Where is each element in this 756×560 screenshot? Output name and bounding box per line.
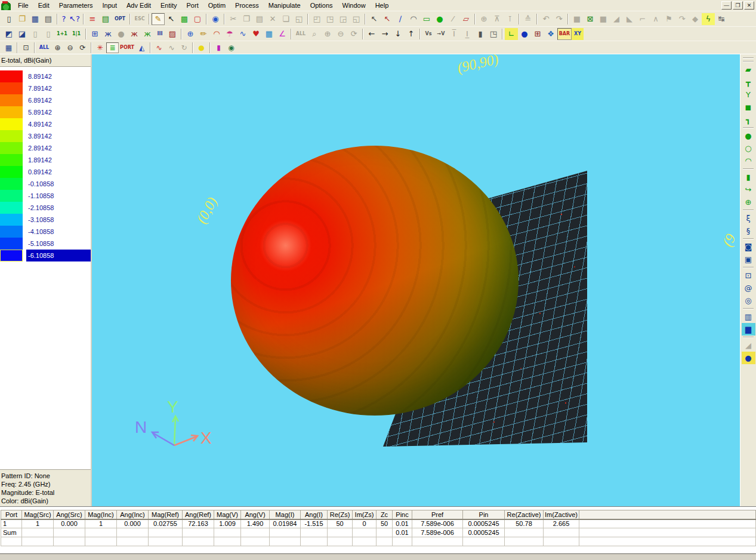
spiral-icon[interactable]: ◎ <box>742 294 755 307</box>
menu-item[interactable]: Options <box>306 1 338 10</box>
menu-item[interactable]: Port <box>182 1 203 10</box>
select-arrow-icon[interactable]: ↖ <box>165 13 178 25</box>
legend-entry[interactable]: 2.89142 <box>0 142 91 154</box>
fill-metal-icon[interactable]: ϟ <box>702 13 715 25</box>
bend-junction-icon[interactable]: ┓ <box>742 113 755 126</box>
display-window-icon[interactable]: ▨ <box>166 28 179 40</box>
menu-item[interactable]: Entity <box>156 1 182 10</box>
sparam-graph-icon[interactable]: ∠ <box>276 28 289 40</box>
draw-rectangle-icon[interactable]: ▭ <box>420 13 433 25</box>
via-pad-icon[interactable]: ⊕ <box>742 196 755 208</box>
wye-junction-icon[interactable]: Y <box>742 88 755 101</box>
menu-item[interactable]: Adv Edit <box>122 1 156 10</box>
zoom-all-icon[interactable]: ALL <box>37 42 51 53</box>
waveform-icon[interactable]: ∿ <box>153 42 165 53</box>
menu-item[interactable]: Window <box>338 1 371 10</box>
source-vs-icon[interactable]: Vs <box>422 28 434 40</box>
menu-item[interactable]: Parameters <box>54 1 98 10</box>
rotate-view-icon[interactable]: ◭ <box>135 42 148 53</box>
legend-entry[interactable]: 6.89142 <box>0 94 91 106</box>
legend-entry[interactable]: 5.89142 <box>0 106 91 118</box>
bar-chart-icon[interactable]: BAR <box>557 28 572 40</box>
draw-pencil-icon[interactable]: ✎ <box>152 13 165 25</box>
via-cylinder-icon[interactable]: ▮ <box>742 171 755 183</box>
zoom-out-icon[interactable]: ⊖ <box>64 42 76 53</box>
pattern-polar-icon[interactable]: ♥ <box>249 28 263 40</box>
sphere-pattern-icon[interactable]: ● <box>518 28 531 40</box>
pan-left-icon[interactable]: ← <box>365 28 378 40</box>
legend-entry[interactable]: -3.10858 <box>0 214 91 226</box>
optimization-icon[interactable]: OPT <box>112 13 128 25</box>
fill-background-icon[interactable]: ◉ <box>225 42 237 53</box>
draw-trapezoid-icon[interactable]: ▱ <box>459 13 473 25</box>
color-scale-icon[interactable]: ≣ <box>106 42 119 53</box>
legend-entry[interactable]: 0.89142 <box>0 166 91 178</box>
mesh-view-icon[interactable]: ⊞ <box>88 28 101 40</box>
close-button[interactable]: ✕ <box>744 1 754 10</box>
menu-item[interactable]: Input <box>98 1 122 10</box>
pattern-arc-icon[interactable]: ◠ <box>210 28 223 40</box>
column-header[interactable]: Mag(Ref) <box>149 510 183 519</box>
menu-item[interactable]: Optim <box>203 1 230 10</box>
column-header[interactable]: Pinc <box>393 510 412 519</box>
column-header[interactable]: Ang(Src) <box>54 510 85 519</box>
print-icon[interactable]: ▤ <box>42 13 55 25</box>
delete-cells-icon[interactable]: ⊠ <box>584 13 597 25</box>
ellipse-patch-icon[interactable]: ● <box>742 130 755 142</box>
legend-entry[interactable]: 1.89142 <box>0 154 91 166</box>
grid-3d-pattern-icon[interactable]: ⊞ <box>531 28 544 40</box>
column-header[interactable]: Mag(Inc) <box>85 510 117 519</box>
column-header[interactable]: Re(Zs) <box>328 510 353 519</box>
column-header[interactable]: Ang(V) <box>241 510 270 519</box>
source-v-icon[interactable]: →V <box>434 28 448 40</box>
column-header[interactable]: Im(Zs) <box>353 510 377 519</box>
column-header[interactable]: Port <box>1 510 22 519</box>
display-solid-icon[interactable]: ▮ <box>474 28 487 40</box>
select-region-icon[interactable]: ⊡ <box>20 42 32 53</box>
column-header[interactable]: Mag(I) <box>270 510 301 519</box>
cube-pattern-icon[interactable]: ❖ <box>544 28 557 40</box>
zoom-in-icon[interactable]: ⊕ <box>51 42 64 53</box>
ring-patch-icon[interactable]: ○ <box>742 142 755 155</box>
draw-circle-icon[interactable]: ● <box>433 13 446 25</box>
helix-icon[interactable]: § <box>742 224 755 237</box>
column-header[interactable]: Zc <box>377 510 393 519</box>
menu-item[interactable]: Manipulate <box>264 1 306 10</box>
column-header[interactable]: Im(Zactive) <box>544 510 579 519</box>
column-header[interactable]: Re(Zactive) <box>505 510 544 519</box>
3d-viewport[interactable]: (90,90) (0,0) (9 Y X N <box>92 54 740 506</box>
legend-entry[interactable]: -6.10858 <box>0 250 91 261</box>
arc-segment-icon[interactable]: ◠ <box>742 155 755 167</box>
draw-line-icon[interactable]: ∕ <box>394 13 407 25</box>
menu-item[interactable]: File <box>13 1 33 10</box>
edge-port-icon[interactable]: ● <box>742 352 755 364</box>
legend-entry[interactable]: 8.89142 <box>0 70 91 82</box>
context-help-icon[interactable]: ↖? <box>68 13 81 25</box>
legend-entry[interactable]: -5.10858 <box>0 238 91 250</box>
run-current-icon[interactable]: ж <box>141 28 154 40</box>
pan-right-icon[interactable]: → <box>378 28 391 40</box>
layer-manager-icon[interactable]: ▤ <box>99 13 112 25</box>
help-icon[interactable]: ? <box>60 13 68 25</box>
circle-in-square-icon[interactable]: ◙ <box>742 241 755 253</box>
new-file-icon[interactable]: ▯ <box>2 13 16 25</box>
view-visibility-icon[interactable]: ◉ <box>209 13 222 25</box>
port-select-icon[interactable]: ◩ <box>2 28 16 40</box>
pan-up-icon[interactable]: ↑ <box>405 28 418 40</box>
pick-arrow-icon[interactable]: ↖ <box>368 13 381 25</box>
select-vertices-icon[interactable]: ▢ <box>191 13 204 25</box>
select-polygon-icon[interactable]: ▩ <box>178 13 191 25</box>
bend-cylinder-icon[interactable]: ↪ <box>742 183 755 196</box>
menu-item[interactable]: Process <box>230 1 264 10</box>
open-folder-icon[interactable]: ❐ <box>16 13 29 25</box>
mesh-cage-icon[interactable]: ▥ <box>742 310 755 323</box>
wave-port-icon[interactable]: ▆ <box>742 323 755 336</box>
coil-icon[interactable]: ξ <box>742 212 755 224</box>
display-corner-icon[interactable]: ◳ <box>487 28 500 40</box>
port-table-view-icon[interactable]: PORT <box>119 42 135 53</box>
light-toggle-icon[interactable]: ● <box>195 42 208 53</box>
patch-in-square-icon[interactable]: ▣ <box>742 253 755 266</box>
menu-item[interactable]: Edit <box>33 1 54 10</box>
legend-entry[interactable]: 4.89142 <box>0 118 91 130</box>
display-style-icon[interactable]: ▮ <box>212 42 225 53</box>
